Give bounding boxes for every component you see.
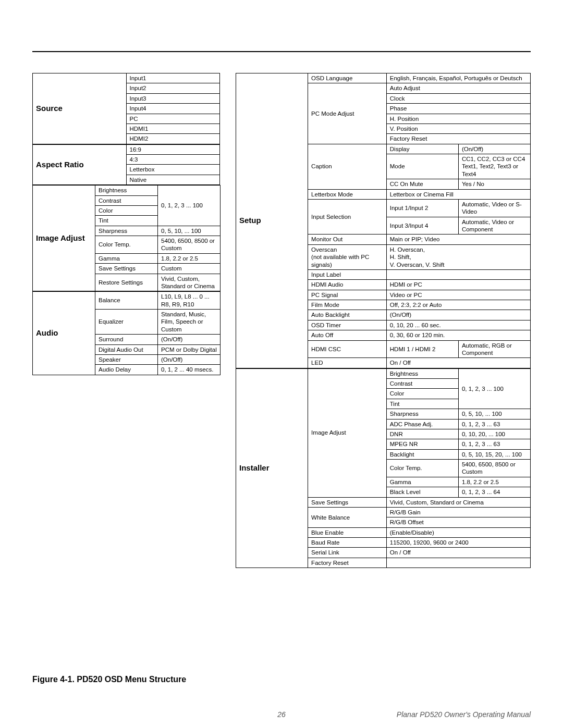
table-row: Image AdjustBrightness0, 1, 2, 3 ... 100 [33,186,221,195]
table-cell: White Balance [308,507,387,527]
section-header: Setup [236,73,308,368]
table-cell: Color Temp. [95,236,158,254]
table-cell: Caption [308,144,387,189]
table-cell: HDMI or PC [386,280,530,290]
table-cell: Automatic, Video or S-Video [458,199,530,217]
section-header: Source [33,73,127,144]
table-cell: English, Français, Español, Português or… [386,73,530,83]
table-cell: Auto Backlight [308,310,387,320]
table-cell: Surround [95,335,158,344]
table-cell: Speaker [95,354,158,364]
table-cell: 1.8, 2.2 or 2.5 [158,253,221,263]
menu-table: InstallerImage AdjustBrightness0, 1, 2, … [236,368,531,569]
table-cell: HDMI Audio [308,280,387,290]
table-cell: CC1, CC2, CC3 or CC4Text1, Text2, Text3 … [458,154,530,179]
table-cell: Auto Off [308,330,387,340]
table-cell: R/G/B Offset [386,517,530,527]
table-cell: ADC Phase Adj. [386,419,458,429]
table-cell: LED [308,358,387,368]
table-cell: Phase [386,104,530,114]
table-cell: Automatic, Video or Component [458,217,530,235]
table-cell: Film Mode [308,300,387,310]
menu-table: Aspect Ratio16:94:3LetterboxNative [32,144,220,186]
table-cell: HDMI2 [126,134,220,144]
section-header: Aspect Ratio [33,144,127,185]
table-cell: Automatic, RGB or Component [458,340,530,358]
table-cell: 0, 1, 2, 3 ... 64 [458,487,530,497]
table-cell: CC On Mute [386,179,458,189]
table-cell: Sharpness [386,409,458,419]
table-cell: Input2 [126,83,220,93]
table-cell: 0, 1, 2, 3 ... 63 [458,419,530,429]
table-cell: 0, 10, 20, ... 100 [458,429,530,439]
table-cell: PC Signal [308,290,387,300]
menu-table: AudioBalanceL10, L9, L8 ... 0 ... R8, R9… [32,291,221,375]
table-cell: Factory Reset [386,134,530,144]
footer-text: Planar PD520 Owner's Operating Manual [397,710,531,719]
table-cell: DNR [386,429,458,439]
table-cell: HDMI 1 / HDMI 2 [386,340,458,358]
table-cell: Input 1/Input 2 [386,199,458,217]
table-cell: Color [95,205,158,215]
table-cell: 5400, 6500, 8500 or Custom [158,236,221,254]
table-cell: 5400, 6500, 8500 or Custom [458,460,530,477]
table-cell: Black Level [386,487,458,497]
table-cell: Baud Rate [308,538,387,548]
table-cell: Display [386,144,458,154]
top-rule [32,51,531,52]
table-cell: 4:3 [126,155,220,165]
table-cell: 0, 5, 10, ... 100 [158,226,221,236]
table-cell: Letterbox [126,165,220,175]
table-cell: Mode [386,154,458,179]
table-cell: Save Settings [308,497,387,507]
table-cell: 0, 1, 2, 3 ... 100 [458,368,530,409]
table-cell: Off, 2:3, 2:2 or Auto [386,300,530,310]
table-cell: Tint [95,216,158,226]
table-cell: Auto Adjust [386,83,530,93]
table-row: SetupOSD LanguageEnglish, Français, Espa… [236,73,531,83]
table-cell: 1.8, 2.2 or 2.5 [458,477,530,487]
table-cell: PC Mode Adjust [308,83,387,144]
table-cell: 0, 1, 2, 3 ... 63 [458,439,530,449]
table-cell: Gamma [386,477,458,487]
table-cell: R/G/B Gain [386,507,530,517]
table-cell: MPEG NR [386,439,458,449]
table-cell: H. Overscan,H. Shift,V. Overscan, V. Shi… [386,244,530,269]
table-cell: Save Settings [95,264,158,274]
table-cell: Input1 [126,73,220,83]
menu-table: SetupOSD LanguageEnglish, Français, Espa… [236,73,531,368]
section-header: Image Adjust [33,186,95,291]
table-cell [386,269,530,279]
table-cell: Serial Link [308,548,387,558]
table-cell: Sharpness [95,226,158,236]
section-header: Installer [236,368,308,568]
table-cell: 0, 1, 2, 3 ... 100 [158,186,221,226]
table-cell: Custom [158,264,221,274]
table-cell: Balance [95,292,158,310]
table-cell: Standard, Music, Film, Speech or Custom [158,310,221,335]
table-row: Aspect Ratio16:9 [33,144,220,154]
table-cell: PC [126,114,220,124]
table-cell: (On/Off) [158,335,221,344]
table-cell: (On/Off) [458,144,530,154]
table-cell: Contrast [95,195,158,205]
table-cell: 0, 30, 60 or 120 min. [386,330,530,340]
table-cell: Input4 [126,104,220,114]
table-cell: L10, L9, L8 ... 0 ... R8, R9, R10 [158,292,221,310]
table-cell: OSD Language [308,73,387,83]
table-cell: Letterbox Mode [308,189,387,199]
table-cell: Blue Enable [308,527,387,537]
figure-caption: Figure 4-1. PD520 OSD Menu Structure [32,675,186,684]
table-cell: 16:9 [126,144,220,154]
table-cell: Input 3/Input 4 [386,217,458,235]
table-cell: PCM or Dolby Digital [158,344,221,354]
table-cell: Main or PIP; Video [386,235,530,244]
menu-table: SourceInput1Input2Input3Input4PCHDMI1HDM… [32,73,220,144]
table-cell: Tint [386,399,458,409]
section-header: Audio [33,292,95,375]
table-cell: On / Off [386,358,530,368]
table-row: SourceInput1 [33,73,220,83]
table-cell: Backlight [386,449,458,459]
table-cell: (On/Off) [386,310,530,320]
table-cell: Letterbox or Cinema Fill [386,189,530,199]
